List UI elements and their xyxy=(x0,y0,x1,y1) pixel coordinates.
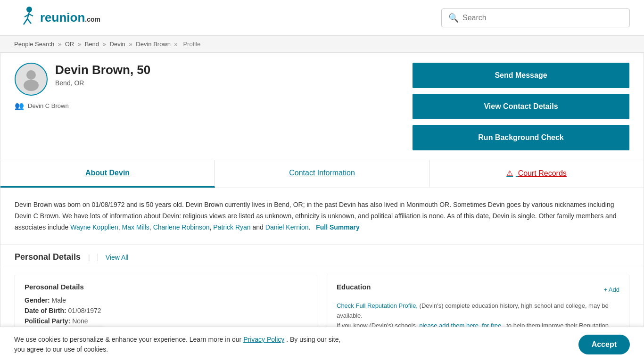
svg-line-3 xyxy=(27,19,31,24)
alias-value: Devin C Brown xyxy=(28,102,69,109)
action-buttons: Send Message View Contact Details Run Ba… xyxy=(413,63,629,150)
vertical-divider: | xyxy=(88,254,90,261)
logo-text: reunion.com xyxy=(40,10,100,25)
tab-about-label: About Devin xyxy=(85,169,130,177)
breadcrumb-sep: » xyxy=(103,41,108,48)
profile-header: Devin Brown, 50 Bend, OR xyxy=(15,63,413,96)
tab-contact-label: Contact Information xyxy=(289,169,355,177)
dob-label: Date of Birth: xyxy=(25,307,66,314)
breadcrumb-devin[interactable]: Devin xyxy=(110,41,125,48)
dob-row: Date of Birth: 01/08/1972 xyxy=(25,307,307,314)
search-box[interactable]: 🔍 xyxy=(441,8,630,27)
breadcrumb-people-search[interactable]: People Search xyxy=(14,41,54,48)
svg-line-2 xyxy=(24,19,27,25)
breadcrumb-sep: » xyxy=(58,41,63,48)
svg-line-5 xyxy=(29,14,33,16)
run-background-button[interactable]: Run Background Check xyxy=(413,125,629,150)
profile-location: Bend, OR xyxy=(55,79,150,87)
view-all-link[interactable]: View All xyxy=(98,254,129,261)
associate-max[interactable]: Max Mills xyxy=(122,223,149,231)
gender-label: Gender: xyxy=(25,296,50,304)
alias-icon: 👥 xyxy=(15,101,24,110)
privacy-policy-link[interactable]: Privacy Policy xyxy=(243,336,284,343)
gender-value: Male xyxy=(52,296,66,304)
alias-row: 👥 Devin C Brown xyxy=(15,101,413,110)
associate-charlene[interactable]: Charlene Robinson xyxy=(153,223,210,231)
breadcrumb-sep: » xyxy=(174,41,180,48)
breadcrumb-devin-brown[interactable]: Devin Brown xyxy=(136,41,171,48)
education-header: Education + Add xyxy=(337,283,619,296)
political-value: None xyxy=(72,317,88,325)
search-input[interactable] xyxy=(462,14,623,22)
breadcrumb-sep: » xyxy=(78,41,83,48)
associate-patrick[interactable]: Patrick Ryan xyxy=(213,223,250,231)
gender-row: Gender: Male xyxy=(25,296,307,304)
header: reunion.com 🔍 xyxy=(0,0,644,36)
cookie-prefix: We use cookies to personalize & enhance … xyxy=(14,336,241,343)
logo[interactable]: reunion.com xyxy=(14,5,100,31)
political-row: Political Party: None xyxy=(25,317,307,325)
search-icon: 🔍 xyxy=(448,13,459,23)
full-summary-link[interactable]: Full Summary xyxy=(316,223,360,231)
tabs: About Devin Contact Information ⚠ Court … xyxy=(0,160,644,188)
profile-name-block: Devin Brown, 50 Bend, OR xyxy=(55,63,150,87)
personal-details-header: Personal Details | View All xyxy=(0,245,644,267)
associates-and: and xyxy=(253,223,265,231)
add-education-link[interactable]: + Add xyxy=(603,286,619,293)
view-contact-button[interactable]: View Contact Details xyxy=(413,94,629,119)
profile-name: Devin Brown, 50 xyxy=(55,63,150,77)
tab-about[interactable]: About Devin xyxy=(0,160,215,188)
breadcrumb: People Search » OR » Bend » Devin » Devi… xyxy=(0,36,644,53)
personal-details-title: Personal Details xyxy=(15,252,81,262)
cookie-banner: We use cookies to personalize & enhance … xyxy=(0,327,644,362)
accept-button[interactable]: Accept xyxy=(578,335,630,354)
about-paragraph: Devin Brown was born on 01/08/1972 and i… xyxy=(15,199,629,233)
breadcrumb-sep: » xyxy=(129,41,134,48)
avatar-silhouette xyxy=(19,67,43,91)
breadcrumb-profile: Profile xyxy=(183,41,200,48)
warning-icon: ⚠ xyxy=(506,169,513,177)
profile-section: Devin Brown, 50 Bend, OR 👥 Devin C Brown… xyxy=(0,53,644,160)
cookie-text: We use cookies to personalize & enhance … xyxy=(14,335,344,354)
tab-contact[interactable]: Contact Information xyxy=(215,160,429,188)
profile-left: Devin Brown, 50 Bend, OR 👥 Devin C Brown xyxy=(15,63,413,150)
breadcrumb-or[interactable]: OR xyxy=(65,41,74,48)
card1-title: Perosonal Details xyxy=(25,283,307,291)
tab-court[interactable]: ⚠ Court Records xyxy=(429,160,644,188)
dob-value: 01/08/1972 xyxy=(68,307,101,314)
tab-court-label: Court Records xyxy=(518,169,567,177)
about-section: Devin Brown was born on 01/08/1972 and i… xyxy=(0,188,644,245)
breadcrumb-bend[interactable]: Bend xyxy=(85,41,99,48)
svg-point-7 xyxy=(24,80,39,91)
associate-daniel[interactable]: Daniel Kernion xyxy=(265,223,309,231)
svg-point-0 xyxy=(26,7,32,12)
check-reputation-link[interactable]: Check Full Reputation Profile, xyxy=(337,302,420,309)
svg-point-6 xyxy=(26,70,36,80)
logo-icon xyxy=(14,5,40,31)
main-wrapper: Devin Brown, 50 Bend, OR 👥 Devin C Brown… xyxy=(0,53,644,362)
associate-wayne[interactable]: Wayne Kopplien xyxy=(70,223,118,231)
political-label: Political Party: xyxy=(25,317,70,325)
avatar xyxy=(15,63,48,96)
education-title: Education xyxy=(337,283,371,291)
send-message-button[interactable]: Send Message xyxy=(413,63,629,88)
check-link-text: Check Full Reputation Profile, xyxy=(337,302,418,309)
